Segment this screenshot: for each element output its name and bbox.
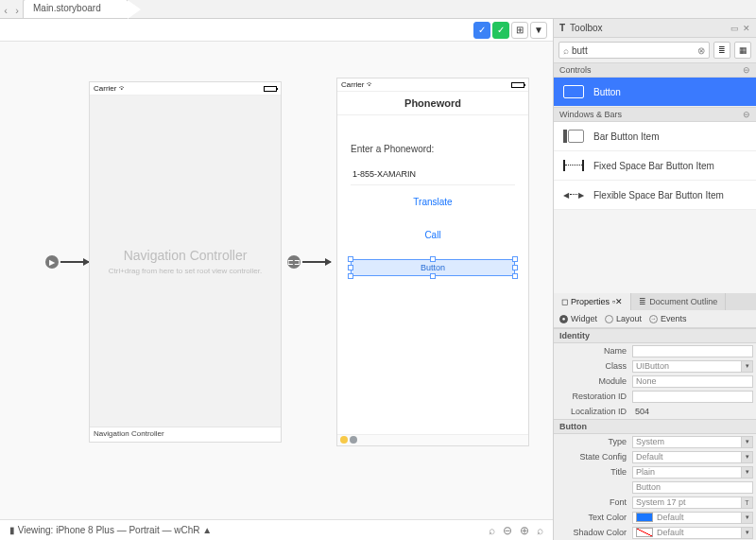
color-swatch [636,513,653,522]
subtab-widget[interactable]: ●Widget [559,314,597,323]
nav-controller-footer: Navigation Controller [90,427,281,442]
restoration-id-label: Restoration ID [557,392,632,401]
tab-properties[interactable]: ◻ Properties ▫✕ [554,293,631,310]
status-bar: ▮ Viewing: iPhone 8 Plus — Portrait — wC… [0,519,553,540]
font-field[interactable]: System 17 ptT [632,496,753,509]
class-field[interactable]: UIButton▾ [632,360,753,373]
initial-arrow[interactable]: ▶ [45,255,89,269]
toolbox-item-bar-button[interactable]: Bar Button Item [554,122,756,151]
call-button[interactable]: Call [337,218,528,252]
nav-back[interactable]: ‹ [0,3,11,18]
first-responder-icon[interactable] [340,436,348,444]
phoneword-textfield[interactable]: 1-855-XAMARIN [351,164,515,185]
designer-toolbar: ✓ ✓ ⊞ ▼ [0,19,553,42]
title-label: Title [557,467,632,477]
dropdown-icon[interactable]: ▾ [741,361,752,372]
toolbox-item-button[interactable]: Button [554,78,756,107]
zoom-in-icon[interactable]: ⊕ [520,524,529,537]
sim-status-bar: Carrier ᯤ [337,78,528,92]
state-config-field[interactable]: Default▾ [632,451,753,463]
segue-icon: ⊏⊐ [287,255,301,269]
text-color-field[interactable]: Default▾ [632,512,753,524]
phoneword-view-controller[interactable]: Carrier ᯤ Phoneword Enter a Phoneword: 1… [336,78,529,446]
grid-view-button[interactable]: ▦ [734,42,751,59]
color-swatch [636,528,653,537]
navigation-controller-scene[interactable]: Carrier ᯤ Navigation Controller Ctrl+dra… [89,81,282,443]
file-tab[interactable]: Main.storyboard [23,0,129,18]
collapse-icon: ⊖ [743,110,750,119]
toolbar-dropdown[interactable]: ▼ [530,22,547,39]
nav-controller-title: Navigation Controller [124,248,248,263]
button-icon [563,85,584,98]
toolbox-item-fixed-space[interactable]: Fixed Space Bar Button Item [554,151,756,181]
type-label: Type [557,437,632,446]
subtab-events[interactable]: →Events [649,314,687,323]
toolbox-icon: T [559,23,565,33]
localization-id-value: 504 [632,406,753,418]
windows-bars-section[interactable]: Windows & Bars⊖ [554,107,756,122]
shadow-color-label: Shadow Color [557,528,632,537]
toolbox-header: T Toolbox ▭✕ [554,19,756,38]
toolbox-search-input[interactable]: ⌕ butt ⊗ [558,42,710,59]
bar-button-icon [563,130,584,143]
properties-subtabs: ●Widget Layout →Events [554,310,756,328]
prompt-label[interactable]: Enter a Phoneword: [337,115,528,164]
segue-arrow[interactable]: ⊏⊐ [287,255,331,269]
side-panel: T Toolbox ▭✕ ⌕ butt ⊗ ≣ ▦ Controls⊖ Butt… [553,19,756,540]
exit-icon[interactable] [350,436,357,444]
toolbox-item-flexible-space[interactable]: Flexible Space Bar Button Item [554,181,756,210]
bottom-tabs: ◻ Properties ▫✕ ≣ Document Outline [554,293,756,310]
list-view-button[interactable]: ≣ [713,42,730,59]
module-label: Module [557,376,632,386]
shadow-color-field[interactable]: Default▾ [632,527,753,539]
name-field[interactable] [632,345,753,357]
font-picker-icon[interactable]: T [741,497,752,508]
title-text-field[interactable]: Button [632,481,753,494]
translate-button[interactable]: Translate [337,185,528,218]
nav-forward[interactable]: › [11,3,23,18]
text-color-label: Text Color [557,513,632,522]
storyboard-canvas[interactable]: ▶ Carrier ᯤ Navigation Controller Ctrl+d… [0,42,553,519]
scene-dock[interactable] [337,434,528,445]
viewing-label[interactable]: Viewing: iPhone 8 Plus — Portrait — wChR… [18,525,212,535]
new-button-selected[interactable]: Button [351,259,515,276]
zoom-actual-icon[interactable]: ⌕ [537,524,543,537]
designer-area: ✓ ✓ ⊞ ▼ ▶ Carrier ᯤ Navigation Contr [0,19,553,540]
zoom-fit-icon[interactable]: ⌕ [489,524,495,537]
close-icon[interactable]: ✕ [743,24,750,33]
nav-bar-title[interactable]: Phoneword [337,92,528,115]
properties-body: Identity Name ClassUIButton▾ ModuleNone … [554,328,756,540]
sim-status-bar: Carrier ᯤ [90,82,281,96]
entry-point-icon: ▶ [45,255,59,269]
toolbar-btn-layout[interactable]: ⊞ [511,22,528,39]
state-config-label: State Config [557,452,632,462]
fixed-space-icon [563,159,584,172]
restoration-id-field[interactable] [632,391,753,403]
toolbar-btn-approve[interactable]: ✓ [473,22,490,39]
pin-icon[interactable]: ▭ [730,24,739,33]
zoom-out-icon[interactable]: ⊖ [503,524,512,537]
nav-controller-hint: Ctrl+drag from here to set root view con… [109,267,263,275]
clear-search-icon[interactable]: ⊗ [697,45,705,56]
name-label: Name [557,346,632,356]
button-label: Button [421,263,445,272]
localization-id-label: Localization ID [557,407,632,416]
collapse-icon: ⊖ [743,65,750,75]
font-label: Font [557,497,632,507]
identity-group: Identity [554,328,756,343]
class-label: Class [557,361,632,371]
toolbox-title: Toolbox [570,23,602,33]
search-icon: ⌕ [563,45,569,56]
tab-bar: ‹ › Main.storyboard [0,0,756,19]
flexible-space-icon [563,188,584,201]
type-field[interactable]: System▾ [632,436,753,448]
controls-section[interactable]: Controls⊖ [554,62,756,78]
title-type-field[interactable]: Plain▾ [632,466,753,479]
button-group: Button [554,419,756,434]
tab-document-outline[interactable]: ≣ Document Outline [631,293,726,310]
module-field[interactable]: None [632,375,753,388]
toolbar-btn-approve2[interactable]: ✓ [492,22,509,39]
subtab-layout[interactable]: Layout [605,314,642,323]
search-value: butt [572,45,588,56]
